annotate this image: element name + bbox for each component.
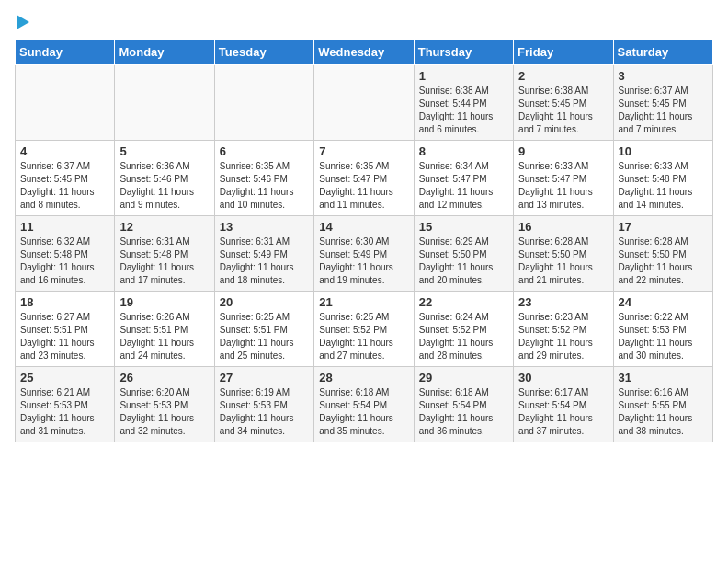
calendar-day-header: Tuesday [214, 40, 313, 65]
calendar-header-row: SundayMondayTuesdayWednesdayThursdayFrid… [16, 40, 713, 65]
calendar-cell: 5Sunrise: 6:36 AMSunset: 5:46 PMDaylight… [115, 141, 214, 216]
day-info: Sunrise: 6:37 AMSunset: 5:45 PMDaylight:… [619, 85, 708, 136]
day-number: 31 [619, 371, 708, 385]
day-info: Sunrise: 6:38 AMSunset: 5:44 PMDaylight:… [419, 85, 508, 136]
day-info: Sunrise: 6:33 AMSunset: 5:47 PMDaylight:… [518, 160, 608, 212]
day-info: Sunrise: 6:33 AMSunset: 5:48 PMDaylight:… [619, 160, 708, 212]
calendar-cell: 2Sunrise: 6:38 AMSunset: 5:45 PMDaylight… [514, 65, 613, 141]
day-info: Sunrise: 6:17 AMSunset: 5:54 PMDaylight:… [518, 386, 608, 438]
calendar-cell: 18Sunrise: 6:27 AMSunset: 5:51 PMDayligh… [16, 292, 115, 367]
calendar-day-header: Sunday [16, 40, 115, 65]
calendar-day-header: Saturday [613, 40, 712, 65]
calendar-week-row: 1Sunrise: 6:38 AMSunset: 5:44 PMDaylight… [16, 65, 713, 141]
calendar-cell: 26Sunrise: 6:20 AMSunset: 5:53 PMDayligh… [115, 367, 214, 442]
day-number: 3 [619, 69, 708, 83]
day-number: 27 [220, 371, 309, 385]
day-info: Sunrise: 6:19 AMSunset: 5:53 PMDaylight:… [220, 386, 309, 438]
day-info: Sunrise: 6:36 AMSunset: 5:46 PMDaylight:… [119, 160, 209, 212]
day-info: Sunrise: 6:16 AMSunset: 5:55 PMDaylight:… [619, 386, 708, 438]
day-info: Sunrise: 6:28 AMSunset: 5:50 PMDaylight:… [619, 236, 708, 287]
day-number: 20 [220, 295, 309, 309]
day-info: Sunrise: 6:31 AMSunset: 5:48 PMDaylight:… [119, 236, 209, 287]
calendar-day-header: Thursday [414, 40, 513, 65]
calendar-cell: 22Sunrise: 6:24 AMSunset: 5:52 PMDayligh… [414, 292, 513, 367]
calendar-week-row: 18Sunrise: 6:27 AMSunset: 5:51 PMDayligh… [16, 292, 713, 367]
day-number: 7 [319, 144, 408, 158]
calendar-cell: 14Sunrise: 6:30 AMSunset: 5:49 PMDayligh… [314, 216, 414, 292]
day-number: 21 [319, 295, 408, 309]
day-number: 5 [119, 144, 209, 158]
calendar-week-row: 11Sunrise: 6:32 AMSunset: 5:48 PMDayligh… [16, 216, 713, 292]
day-number: 15 [419, 220, 508, 234]
calendar-cell: 7Sunrise: 6:35 AMSunset: 5:47 PMDaylight… [314, 141, 414, 216]
day-number: 19 [119, 295, 209, 309]
calendar-week-row: 25Sunrise: 6:21 AMSunset: 5:53 PMDayligh… [16, 367, 713, 442]
calendar-cell [115, 65, 214, 141]
day-info: Sunrise: 6:22 AMSunset: 5:53 PMDaylight:… [619, 311, 708, 362]
day-info: Sunrise: 6:29 AMSunset: 5:50 PMDaylight:… [419, 236, 508, 287]
day-number: 29 [419, 371, 508, 385]
day-number: 18 [20, 295, 109, 309]
day-info: Sunrise: 6:37 AMSunset: 5:45 PMDaylight:… [20, 160, 109, 212]
day-info: Sunrise: 6:26 AMSunset: 5:51 PMDaylight:… [119, 311, 209, 362]
calendar-cell: 21Sunrise: 6:25 AMSunset: 5:52 PMDayligh… [314, 292, 414, 367]
day-number: 24 [619, 295, 708, 309]
day-info: Sunrise: 6:30 AMSunset: 5:49 PMDaylight:… [319, 236, 408, 287]
day-info: Sunrise: 6:35 AMSunset: 5:46 PMDaylight:… [220, 160, 309, 212]
calendar-cell: 31Sunrise: 6:16 AMSunset: 5:55 PMDayligh… [613, 367, 712, 442]
day-info: Sunrise: 6:20 AMSunset: 5:53 PMDaylight:… [119, 386, 209, 438]
calendar-cell: 4Sunrise: 6:37 AMSunset: 5:45 PMDaylight… [16, 141, 115, 216]
calendar-cell: 30Sunrise: 6:17 AMSunset: 5:54 PMDayligh… [514, 367, 613, 442]
calendar-cell: 29Sunrise: 6:18 AMSunset: 5:54 PMDayligh… [414, 367, 513, 442]
calendar-cell: 27Sunrise: 6:19 AMSunset: 5:53 PMDayligh… [214, 367, 313, 442]
day-number: 30 [518, 371, 608, 385]
day-number: 28 [319, 371, 408, 385]
day-number: 22 [419, 295, 508, 309]
page-header [15, 15, 713, 29]
day-number: 26 [119, 371, 209, 385]
day-number: 17 [619, 220, 708, 234]
calendar-cell: 3Sunrise: 6:37 AMSunset: 5:45 PMDaylight… [613, 65, 712, 141]
day-number: 12 [119, 220, 209, 234]
calendar-cell: 8Sunrise: 6:34 AMSunset: 5:47 PMDaylight… [414, 141, 513, 216]
day-number: 4 [20, 144, 109, 158]
calendar-cell: 19Sunrise: 6:26 AMSunset: 5:51 PMDayligh… [115, 292, 214, 367]
day-number: 11 [20, 220, 109, 234]
calendar-cell [314, 65, 414, 141]
calendar-cell: 12Sunrise: 6:31 AMSunset: 5:48 PMDayligh… [115, 216, 214, 292]
day-info: Sunrise: 6:21 AMSunset: 5:53 PMDaylight:… [20, 386, 109, 438]
calendar-cell: 25Sunrise: 6:21 AMSunset: 5:53 PMDayligh… [16, 367, 115, 442]
day-number: 9 [518, 144, 608, 158]
calendar-cell: 1Sunrise: 6:38 AMSunset: 5:44 PMDaylight… [414, 65, 513, 141]
day-info: Sunrise: 6:34 AMSunset: 5:47 PMDaylight:… [419, 160, 508, 212]
calendar-week-row: 4Sunrise: 6:37 AMSunset: 5:45 PMDaylight… [16, 141, 713, 216]
day-info: Sunrise: 6:31 AMSunset: 5:49 PMDaylight:… [220, 236, 309, 287]
calendar-cell: 13Sunrise: 6:31 AMSunset: 5:49 PMDayligh… [214, 216, 313, 292]
calendar-day-header: Friday [514, 40, 613, 65]
day-info: Sunrise: 6:28 AMSunset: 5:50 PMDaylight:… [518, 236, 608, 287]
calendar-cell: 24Sunrise: 6:22 AMSunset: 5:53 PMDayligh… [613, 292, 712, 367]
logo-arrow-icon [17, 15, 29, 29]
calendar-cell: 23Sunrise: 6:23 AMSunset: 5:52 PMDayligh… [514, 292, 613, 367]
day-number: 1 [419, 69, 508, 83]
day-number: 16 [518, 220, 608, 234]
day-info: Sunrise: 6:38 AMSunset: 5:45 PMDaylight:… [518, 85, 608, 136]
day-info: Sunrise: 6:18 AMSunset: 5:54 PMDaylight:… [319, 386, 408, 438]
calendar-cell: 10Sunrise: 6:33 AMSunset: 5:48 PMDayligh… [613, 141, 712, 216]
calendar-cell [16, 65, 115, 141]
day-number: 10 [619, 144, 708, 158]
calendar-cell: 9Sunrise: 6:33 AMSunset: 5:47 PMDaylight… [514, 141, 613, 216]
day-info: Sunrise: 6:25 AMSunset: 5:51 PMDaylight:… [220, 311, 309, 362]
day-info: Sunrise: 6:25 AMSunset: 5:52 PMDaylight:… [319, 311, 408, 362]
day-number: 23 [518, 295, 608, 309]
day-info: Sunrise: 6:32 AMSunset: 5:48 PMDaylight:… [20, 236, 109, 287]
calendar-cell: 17Sunrise: 6:28 AMSunset: 5:50 PMDayligh… [613, 216, 712, 292]
calendar-cell: 20Sunrise: 6:25 AMSunset: 5:51 PMDayligh… [214, 292, 313, 367]
day-info: Sunrise: 6:23 AMSunset: 5:52 PMDaylight:… [518, 311, 608, 362]
day-number: 14 [319, 220, 408, 234]
logo [15, 15, 29, 29]
day-number: 25 [20, 371, 109, 385]
day-info: Sunrise: 6:35 AMSunset: 5:47 PMDaylight:… [319, 160, 408, 212]
day-number: 8 [419, 144, 508, 158]
calendar-cell: 16Sunrise: 6:28 AMSunset: 5:50 PMDayligh… [514, 216, 613, 292]
